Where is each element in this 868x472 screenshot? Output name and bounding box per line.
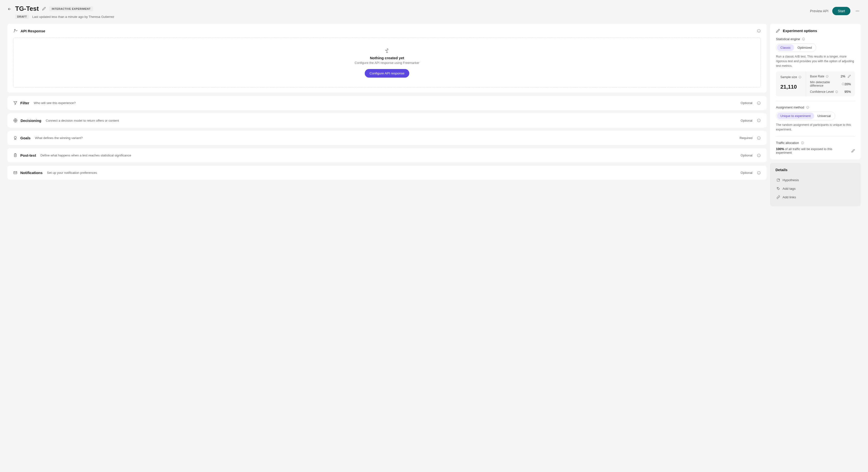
base-rate-value: 2% — [841, 74, 845, 78]
edit-traffic-icon[interactable] — [851, 149, 855, 153]
notifications-subtitle: Set up your notification preferences — [47, 171, 97, 175]
info-icon[interactable] — [835, 90, 838, 93]
experiment-options-icon — [776, 29, 780, 33]
filter-subtitle: Who will see this experience? — [34, 101, 75, 105]
svg-point-8 — [14, 136, 17, 138]
info-icon[interactable] — [799, 76, 801, 78]
posttest-card[interactable]: Post-test Define what happens when a tes… — [7, 148, 767, 162]
api-response-icon — [13, 29, 18, 33]
notifications-title: Notifications — [20, 170, 42, 175]
assignment-help: The random assignment of participants is… — [776, 123, 855, 132]
edit-title-icon[interactable] — [42, 7, 46, 10]
experiment-options-card: Experiment options Statistical engine Cl… — [770, 24, 861, 159]
traffic-rest: of all traffic will be exposed to this e… — [776, 147, 832, 155]
notifications-icon — [13, 170, 18, 175]
goals-icon — [13, 136, 18, 140]
info-icon[interactable] — [842, 83, 844, 86]
edit-metrics-icon[interactable] — [848, 75, 851, 78]
mdd-label: Min detectable difference — [810, 81, 840, 87]
sample-size-value: 21,110 — [780, 84, 801, 90]
goals-title: Goals — [20, 136, 31, 140]
base-rate-label: Base Rate — [810, 75, 824, 78]
traffic-percent: 100% — [776, 147, 784, 151]
info-icon[interactable] — [757, 171, 761, 175]
unique-option[interactable]: Unique to experiment — [777, 113, 814, 119]
hypothesis-label: Hypothesis — [782, 178, 799, 182]
interactive-experiment-badge: INTERACTIVE EXPERIMENT — [49, 6, 93, 11]
mdd-value: 20% — [844, 82, 851, 86]
tag-icon — [776, 187, 780, 190]
decisioning-icon — [13, 118, 18, 123]
page-title: TG-Test — [15, 5, 39, 12]
svg-point-3 — [14, 29, 16, 31]
draft-badge: DRAFT — [15, 14, 29, 19]
info-icon[interactable] — [802, 37, 805, 41]
info-icon[interactable] — [806, 106, 809, 109]
hypothesis-item[interactable]: Hypothesis — [775, 176, 855, 184]
filter-title: Filter — [20, 101, 29, 105]
notifications-card[interactable]: Notifications Set up your notification p… — [7, 166, 767, 180]
decisioning-card[interactable]: Decisioning Connect a decision model to … — [7, 113, 767, 128]
assignment-method-label: Assignment method — [776, 105, 804, 109]
api-response-card: API Response Nothing created yet Configu… — [7, 24, 767, 93]
svg-point-0 — [856, 11, 857, 11]
start-button[interactable]: Start — [832, 7, 850, 15]
goals-subtitle: What defines the winning variant? — [35, 136, 83, 140]
info-icon[interactable] — [801, 141, 804, 145]
filter-icon — [13, 101, 18, 105]
api-response-title: API Response — [21, 29, 45, 33]
info-icon[interactable] — [826, 75, 829, 78]
classic-option[interactable]: Classic — [777, 44, 794, 51]
goals-status: Required — [740, 136, 752, 140]
universal-option[interactable]: Universal — [814, 113, 834, 119]
info-icon[interactable] — [757, 136, 761, 140]
confidence-label: Confidence Level — [810, 90, 834, 94]
goals-card[interactable]: Goals What defines the winning variant? … — [7, 131, 767, 145]
info-icon[interactable] — [757, 29, 761, 33]
traffic-allocation-label: Traffic allocation — [776, 141, 799, 145]
preview-api-link[interactable]: Preview API — [810, 9, 828, 13]
notifications-status: Optional — [741, 171, 752, 175]
back-icon[interactable] — [7, 7, 12, 11]
traffic-text: 100% of all traffic will be exposed to t… — [776, 147, 849, 155]
posttest-subtitle: Define what happens when a test reaches … — [40, 154, 131, 157]
cactus-icon — [18, 48, 756, 53]
details-card: Details Hypothesis Add tags Add links — [770, 163, 861, 207]
info-icon[interactable] — [757, 154, 761, 157]
api-response-empty-state: Nothing created yet Configure the API re… — [13, 37, 761, 88]
add-links-label: Add links — [782, 195, 796, 199]
info-icon[interactable] — [757, 101, 761, 105]
hypothesis-icon — [776, 178, 780, 182]
experiment-options-title: Experiment options — [783, 29, 817, 33]
assignment-method-toggle: Unique to experiment Universal — [776, 112, 835, 120]
configure-api-response-button[interactable]: Configure API response — [365, 69, 409, 77]
link-icon — [776, 195, 780, 199]
statistical-engine-toggle: Classic Optimized — [776, 43, 816, 52]
optimized-option[interactable]: Optimized — [794, 44, 815, 51]
statistical-engine-label: Statistical engine — [776, 37, 800, 41]
decisioning-title: Decisioning — [21, 119, 41, 123]
filter-card[interactable]: Filter Who will see this experience? Opt… — [7, 96, 767, 110]
details-title: Details — [775, 168, 855, 172]
stat-engine-help: Run a classic A/B test. This results in … — [776, 54, 855, 68]
sample-size-box: Sample size 21,110 Base Rate — [776, 71, 855, 96]
more-menu-icon[interactable] — [854, 8, 861, 14]
add-tags-label: Add tags — [782, 187, 796, 190]
last-updated-text: Last updated less than a minute ago by T… — [32, 15, 114, 19]
posttest-title: Post-test — [20, 153, 36, 157]
svg-point-22 — [777, 188, 778, 188]
confidence-value: 95% — [844, 90, 851, 94]
add-links-item[interactable]: Add links — [775, 193, 855, 201]
empty-state-subtitle: Configure the API response using Freemar… — [18, 61, 756, 65]
svg-point-2 — [859, 11, 859, 11]
filter-status: Optional — [741, 101, 752, 105]
empty-state-title: Nothing created yet — [18, 56, 756, 60]
decisioning-status: Optional — [741, 119, 752, 122]
decisioning-subtitle: Connect a decision model to return offer… — [46, 119, 119, 122]
posttest-status: Optional — [741, 154, 752, 157]
sample-size-label: Sample size — [780, 75, 797, 79]
svg-point-1 — [857, 11, 858, 11]
posttest-icon — [13, 153, 18, 157]
info-icon[interactable] — [757, 119, 761, 122]
add-tags-item[interactable]: Add tags — [775, 184, 855, 193]
